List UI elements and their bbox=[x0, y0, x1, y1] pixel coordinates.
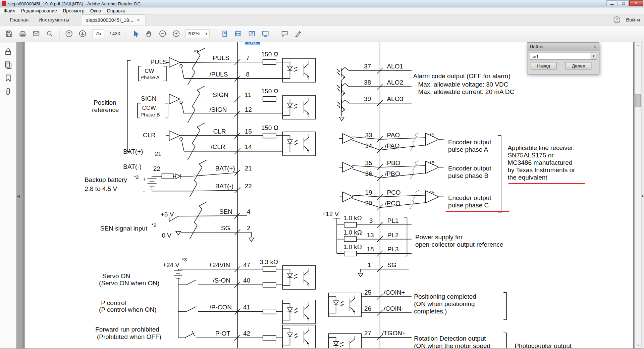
find-input[interactable] bbox=[530, 53, 591, 60]
save-icon[interactable] bbox=[5, 30, 13, 38]
lbl-sen: SEN bbox=[219, 208, 232, 215]
lbl-npbo: /PBO bbox=[385, 170, 400, 177]
email-icon[interactable] bbox=[32, 30, 40, 38]
lbl-note1: *1 bbox=[194, 49, 199, 54]
document-view[interactable]: ◀ bbox=[16, 42, 641, 348]
lbl-puls-in: PULS bbox=[150, 58, 167, 65]
lbl-r150-3: 150 Ω bbox=[261, 124, 278, 131]
lbl-pin11: 11 bbox=[245, 91, 252, 98]
lbl-bat-p-pin: 21 bbox=[154, 150, 161, 157]
fit-width-icon[interactable] bbox=[234, 30, 242, 38]
lbl-note5c: *5 bbox=[430, 190, 434, 195]
lbl-sg2: SG bbox=[387, 261, 396, 268]
pdf-wiring-diagram: CN1 bbox=[24, 42, 633, 348]
lbl-pin25: 25 bbox=[364, 289, 371, 296]
lbl-alo2: ALO2 bbox=[387, 79, 403, 86]
lbl-note3: *3 bbox=[182, 257, 186, 262]
lbl-psu2: open-collector output reference bbox=[415, 241, 503, 248]
lbl-servo-on2: (Servo ON when ON) bbox=[99, 280, 159, 287]
zoom-in-icon[interactable] bbox=[172, 30, 180, 38]
lbl-bat-m-pin: 22 bbox=[153, 165, 160, 172]
lbl-pin22: 22 bbox=[245, 183, 252, 190]
lbl-pin27: 27 bbox=[364, 330, 371, 337]
lbl-pin1: 1 bbox=[368, 261, 371, 268]
lbl-pin37: 37 bbox=[364, 63, 371, 70]
lbl-p-control2: (P control when ON) bbox=[99, 306, 157, 313]
menu-file[interactable]: Файл bbox=[1, 8, 18, 13]
sign-in-button[interactable]: Войти bbox=[626, 17, 640, 22]
find-back-button[interactable]: Назад bbox=[531, 62, 556, 69]
right-pane-strip[interactable]: ▶ bbox=[641, 42, 644, 348]
bookmarks-icon[interactable] bbox=[3, 73, 12, 83]
lbl-ccw: CCW bbox=[142, 104, 156, 111]
menu-window[interactable]: Окно bbox=[87, 8, 104, 13]
left-pane-toggle-icon[interactable]: ◀ bbox=[17, 194, 19, 198]
lbl-pl1: PL1 bbox=[387, 217, 399, 224]
search-icon[interactable] bbox=[46, 30, 54, 38]
minimize-button[interactable] bbox=[606, 0, 617, 6]
print-icon[interactable] bbox=[18, 30, 26, 38]
tab-home[interactable]: Главная bbox=[5, 14, 34, 25]
lbl-enc-c1: Encoder output bbox=[448, 194, 491, 201]
lbl-pin40: 40 bbox=[243, 277, 250, 284]
find-dialog-header[interactable]: Найти × bbox=[527, 43, 599, 51]
lbl-pin33: 33 bbox=[365, 132, 372, 139]
tab-tools[interactable]: Инструменты bbox=[34, 14, 74, 25]
lbl-pin39: 39 bbox=[364, 95, 371, 102]
zoom-level-select[interactable]: 202% ▾ bbox=[185, 30, 209, 38]
lbl-nsign: /SIGN bbox=[209, 106, 227, 113]
hand-tool-icon[interactable] bbox=[145, 30, 153, 38]
help-icon[interactable]: ? bbox=[614, 16, 621, 23]
page-thumbnails-icon[interactable] bbox=[3, 60, 12, 69]
lbl-r150-2: 150 Ω bbox=[261, 88, 278, 95]
next-page-icon[interactable] bbox=[78, 30, 87, 38]
zoom-level-value: 202% bbox=[187, 31, 200, 36]
lbl-clr-in: CLR bbox=[143, 132, 156, 139]
lbl-r10k-1: 1.0 kΩ bbox=[343, 214, 362, 221]
previous-page-icon[interactable] bbox=[65, 30, 73, 38]
find-dropdown-icon[interactable]: ▾ bbox=[591, 53, 596, 60]
page-number-input[interactable]: 75 bbox=[92, 30, 104, 38]
lbl-coin-p: /COIN+ bbox=[384, 289, 405, 296]
lbl-pin13: 13 bbox=[367, 232, 374, 239]
tab-document[interactable]: sieps80000045I_19... × bbox=[81, 14, 146, 25]
scrollbar-thumb[interactable] bbox=[635, 94, 641, 107]
lbl-note2a: *2 bbox=[134, 174, 139, 180]
title-bar[interactable]: sieps80000045I_19_0.pdf (ЗАЩИТА) - Adobe… bbox=[0, 0, 644, 7]
lbl-puls: PULS bbox=[213, 54, 229, 61]
lbl-r150-1: 150 Ω bbox=[261, 51, 278, 58]
maximize-button[interactable] bbox=[618, 0, 629, 6]
lbl-npco: /PCO bbox=[385, 200, 400, 207]
zoom-out-icon[interactable] bbox=[158, 30, 166, 38]
lbl-plus24v: +24 V bbox=[163, 261, 179, 268]
comment-icon[interactable] bbox=[280, 30, 288, 38]
scroll-up-icon[interactable]: ▲ bbox=[635, 42, 641, 48]
find-close-icon[interactable]: × bbox=[593, 44, 596, 49]
lbl-enc-a2: pulse phase A bbox=[448, 146, 488, 153]
menu-view[interactable]: Просмотр bbox=[60, 8, 87, 13]
right-pane-toggle-icon[interactable]: ▶ bbox=[642, 194, 644, 198]
attachments-icon[interactable] bbox=[3, 87, 12, 96]
lbl-sign-in: SIGN bbox=[141, 95, 156, 102]
acrobat-app-icon bbox=[2, 1, 6, 6]
lbl-enc-a1: Encoder output bbox=[448, 139, 491, 146]
lock-icon[interactable] bbox=[3, 47, 12, 56]
lbl-p24vin: +24VIN bbox=[209, 261, 230, 268]
fit-one-page-icon[interactable] bbox=[220, 30, 228, 38]
tab-close-icon[interactable]: × bbox=[137, 17, 140, 22]
menu-help[interactable]: Справка bbox=[104, 8, 128, 13]
lbl-phase-b: Phase B bbox=[141, 112, 160, 117]
lbl-backup-battery: Backup battery bbox=[85, 176, 127, 183]
scroll-down-icon[interactable]: ▼ bbox=[635, 342, 641, 348]
presentation-icon[interactable] bbox=[261, 30, 269, 38]
select-tool-icon[interactable] bbox=[131, 30, 139, 38]
close-button[interactable]: × bbox=[629, 0, 643, 6]
fullscreen-icon[interactable] bbox=[248, 30, 256, 38]
lbl-npuls: /PULS bbox=[209, 71, 228, 78]
find-next-button[interactable]: Далее bbox=[566, 62, 591, 69]
annotate-pen-icon[interactable] bbox=[294, 30, 302, 38]
toolbar: 75 / 430 202% ▾ bbox=[0, 26, 644, 42]
vertical-scrollbar[interactable]: ▲ ▼ bbox=[635, 42, 641, 348]
menu-edit[interactable]: Редактирование bbox=[18, 8, 60, 13]
lbl-bat-m: BAT(-) bbox=[123, 163, 141, 170]
